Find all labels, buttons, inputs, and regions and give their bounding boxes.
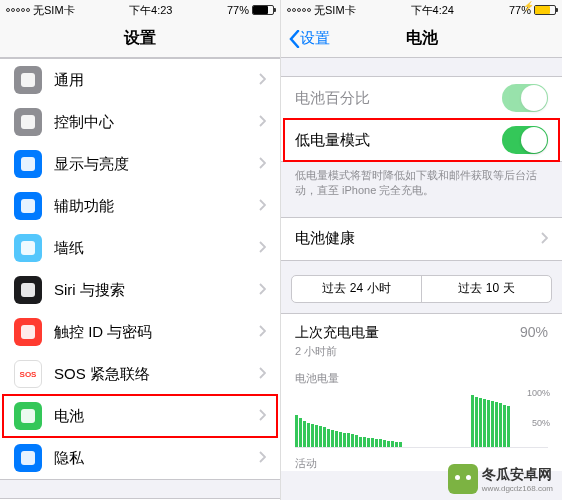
seg-10d[interactable]: 过去 10 天 <box>422 276 551 302</box>
status-bar: 无SIM卡 下午4:23 77% <box>0 0 280 20</box>
last-charge-label: 上次充电电量 <box>295 324 379 342</box>
battery-level-chart: 电池电量 100% 50% <box>281 363 562 448</box>
chart-bar <box>367 438 370 447</box>
battery-pct-toggle[interactable] <box>502 84 548 112</box>
chart-bar <box>355 435 358 446</box>
chart-bar <box>303 421 306 447</box>
chevron-right-icon <box>259 449 266 467</box>
chart-bar <box>339 432 342 447</box>
privacy-icon <box>14 444 42 472</box>
nav-title: 电池 <box>406 28 438 49</box>
chart-bar <box>399 442 402 447</box>
watermark-icon <box>448 464 478 494</box>
nav-bar: 设置 电池 <box>281 20 562 58</box>
settings-screen: 无SIM卡 下午4:23 77% 设置 通用控制中心显示与亮度辅助功能墙纸Sir… <box>0 0 281 500</box>
display-icon <box>14 150 42 178</box>
chart-bar <box>363 437 366 447</box>
chart-bar <box>495 402 498 446</box>
settings-row-sos[interactable]: SOSSOS 紧急联络 <box>0 353 280 395</box>
status-bar: 无SIM卡 下午4:24 ⚡ 77% <box>281 0 562 20</box>
settings-row-wallpaper[interactable]: 墙纸 <box>0 227 280 269</box>
battery-percentage-row[interactable]: 电池百分比 <box>281 77 562 119</box>
chart-bar <box>327 429 330 447</box>
general-icon <box>14 66 42 94</box>
carrier-label: 无SIM卡 <box>314 3 356 18</box>
carrier-label: 无SIM卡 <box>33 3 75 18</box>
chart-bar <box>383 440 386 447</box>
signal-icon <box>6 8 30 12</box>
settings-row-general[interactable]: 通用 <box>0 59 280 101</box>
chart-bar <box>491 401 494 447</box>
chart-bar <box>379 439 382 446</box>
chevron-right-icon <box>259 197 266 215</box>
chart-bar <box>371 438 374 447</box>
chart-bar <box>391 441 394 447</box>
chevron-right-icon <box>259 71 266 89</box>
low-power-mode-row[interactable]: 低电量模式 <box>281 119 562 161</box>
chart-bar <box>307 423 310 447</box>
lightning-icon: ⚡ <box>523 1 534 11</box>
last-charge-section: 上次充电电量 90% 2 小时前 <box>281 313 562 363</box>
chevron-right-icon <box>259 281 266 299</box>
chart-bar <box>343 433 346 447</box>
chevron-right-icon <box>259 407 266 425</box>
chart-bar <box>311 424 314 447</box>
low-power-toggle[interactable] <box>502 126 548 154</box>
chart-bar <box>471 395 474 446</box>
chevron-right-icon <box>259 113 266 131</box>
battery-screen: 无SIM卡 下午4:24 ⚡ 77% 设置 电池 电池百分比 <box>281 0 562 500</box>
sos-icon: SOS <box>14 360 42 388</box>
nav-title: 设置 <box>124 28 156 49</box>
touchid-icon <box>14 318 42 346</box>
chart-bar <box>295 415 298 446</box>
signal-icon <box>287 8 311 12</box>
chevron-right-icon <box>259 155 266 173</box>
chart-bar <box>487 400 490 447</box>
watermark: 冬瓜安卓网 www.dgcdz168.com <box>448 464 553 494</box>
settings-row-accessibility[interactable]: 辅助功能 <box>0 185 280 227</box>
time-label: 下午4:23 <box>129 3 172 18</box>
chart-bar <box>499 403 502 446</box>
settings-row-privacy[interactable]: 隐私 <box>0 437 280 479</box>
chart-bar <box>299 418 302 447</box>
siri-icon <box>14 276 42 304</box>
chevron-right-icon <box>259 365 266 383</box>
seg-24h[interactable]: 过去 24 小时 <box>292 276 422 302</box>
chevron-right-icon <box>259 239 266 257</box>
control-center-icon <box>14 108 42 136</box>
battery-health-row[interactable]: 电池健康 <box>281 218 562 260</box>
chart-bar <box>335 431 338 447</box>
nav-bar: 设置 <box>0 20 280 58</box>
settings-row-battery[interactable]: 电池 <box>0 395 280 437</box>
time-label: 下午4:24 <box>411 3 454 18</box>
settings-row-control-center[interactable]: 控制中心 <box>0 101 280 143</box>
chevron-right-icon <box>541 230 548 248</box>
settings-row-display[interactable]: 显示与亮度 <box>0 143 280 185</box>
chart-bar <box>483 399 486 447</box>
chart-bar <box>323 427 326 446</box>
low-power-description: 低电量模式将暂时降低如下载和邮件获取等后台活动，直至 iPhone 完全充电。 <box>281 162 562 205</box>
chart-bar <box>503 405 506 447</box>
last-charge-time: 2 小时前 <box>295 344 548 359</box>
chart-bar <box>359 437 362 447</box>
chart-bar <box>507 406 510 447</box>
settings-row-siri[interactable]: Siri 与搜索 <box>0 269 280 311</box>
chart-bar <box>347 433 350 447</box>
chevron-right-icon <box>259 323 266 341</box>
chart-bar <box>395 442 398 447</box>
last-charge-pct: 90% <box>520 324 548 342</box>
chart-bar <box>475 397 478 447</box>
chart-bar <box>387 441 390 447</box>
chart-bar <box>375 439 378 447</box>
chart-bar <box>479 398 482 447</box>
battery-icon <box>14 402 42 430</box>
chart-bar <box>319 426 322 447</box>
battery-icon <box>252 5 274 15</box>
battery-pct: 77% <box>227 4 249 16</box>
settings-row-touchid[interactable]: 触控 ID 与密码 <box>0 311 280 353</box>
settings-list: 通用控制中心显示与亮度辅助功能墙纸Siri 与搜索触控 ID 与密码SOSSOS… <box>0 58 280 480</box>
accessibility-icon <box>14 192 42 220</box>
battery-icon <box>534 5 556 15</box>
time-range-segmented[interactable]: 过去 24 小时 过去 10 天 <box>291 275 552 303</box>
back-button[interactable]: 设置 <box>289 29 330 48</box>
